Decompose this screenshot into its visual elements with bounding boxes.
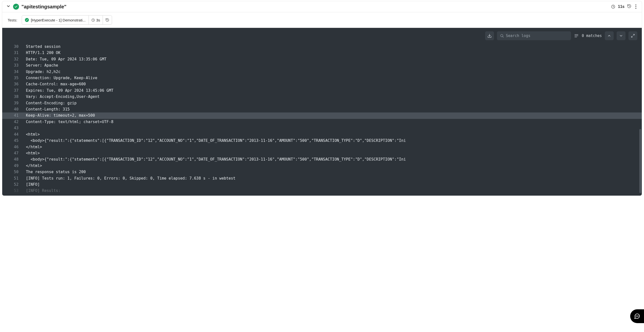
kebab-menu[interactable] <box>634 4 638 9</box>
log-text: <body>{"result:":{"statements":[{"TRANSA… <box>26 138 642 144</box>
log-row: 30Started session <box>2 44 642 50</box>
line-number: 49 <box>2 163 26 169</box>
expand-logs-button[interactable] <box>628 31 637 40</box>
line-number: 53 <box>2 188 26 194</box>
log-row: 37Expires: Tue, 09 Apr 2024 13:45:06 GMT <box>2 88 642 94</box>
log-text: Connection: Upgrade, Keep-Alive <box>26 75 642 81</box>
log-row: 50The response status is 200 <box>2 169 642 175</box>
line-number: 33 <box>2 62 26 68</box>
log-text: Content-Length: 315 <box>26 106 642 112</box>
log-text: Date: Tue, 09 Apr 2024 13:35:06 GMT <box>26 56 642 62</box>
log-text: Expires: Tue, 09 Apr 2024 13:45:06 GMT <box>26 88 642 94</box>
log-row: 32Date: Tue, 09 Apr 2024 13:35:06 GMT <box>2 56 642 62</box>
chevron-up-icon <box>607 34 611 38</box>
log-text: [INFO] Tests run: 1, Failures: 0, Errors… <box>26 175 642 182</box>
log-row: 44<html> <box>2 132 642 138</box>
line-number: 50 <box>2 169 26 175</box>
log-text: <html> <box>26 150 642 156</box>
header-row: "apitestingsample" 11s <box>2 1 642 12</box>
line-number: 45 <box>2 138 26 144</box>
next-match-button[interactable] <box>616 31 626 40</box>
log-text: Cache-Control: max-age=600 <box>26 81 642 87</box>
line-number: 31 <box>2 50 26 56</box>
log-text: Keep-Alive: timeout=2, max=500 <box>26 112 642 119</box>
line-number: 34 <box>2 69 26 75</box>
chevron-down-icon <box>6 4 10 8</box>
svg-line-4 <box>502 36 503 37</box>
line-number: 52 <box>2 182 26 188</box>
chip-title: [HyperExecute - 1] Demonstrati... <box>31 18 86 22</box>
match-count: 0 matches <box>582 34 602 38</box>
download-icon <box>487 34 492 38</box>
line-number: 41 <box>2 112 26 119</box>
log-row: 40Content-Length: 315 <box>2 106 642 112</box>
log-row: 33Server: Apache <box>2 62 642 68</box>
log-text: [INFO] <box>26 182 642 188</box>
log-text: </html> <box>26 163 642 169</box>
wrap-lines-icon[interactable] <box>574 33 579 38</box>
log-row: 52[INFO] <box>2 182 642 188</box>
log-lines[interactable]: 30Started session31HTTP/1.1 200 OK32Date… <box>2 42 642 196</box>
log-text <box>26 125 642 131</box>
tests-label: Tests: <box>8 18 17 22</box>
log-row: 46</html> <box>2 144 642 150</box>
test-chip[interactable]: [HyperExecute - 1] Demonstrati... 3s <box>22 15 112 25</box>
log-row: 31HTTP/1.1 200 OK <box>2 50 642 56</box>
line-number: 39 <box>2 100 26 106</box>
line-number: 32 <box>2 56 26 62</box>
search-input[interactable] <box>506 34 568 38</box>
line-number: 37 <box>2 88 26 94</box>
test-result-card: "apitestingsample" 11s Tests: [HyperExec… <box>2 1 642 196</box>
chevron-down-icon <box>619 34 623 38</box>
log-row: 36Cache-Control: max-age=600 <box>2 81 642 87</box>
log-row: 45 <body>{"result:":{"statements":[{"TRA… <box>2 138 642 144</box>
chip-status-badge <box>25 18 29 22</box>
log-text: Vary: Accept-Encoding,User-Agent <box>26 94 642 100</box>
log-text: Content-Encoding: gzip <box>26 100 642 106</box>
clock-icon <box>91 18 95 22</box>
search-logs[interactable] <box>497 31 571 40</box>
status-success-badge <box>13 4 19 10</box>
logs-toolbar: 0 matches <box>2 28 642 42</box>
search-icon <box>500 34 504 38</box>
log-text: [INFO] Results: <box>26 188 642 194</box>
log-row: 53[INFO] Results: <box>2 188 642 194</box>
log-text: Content-Type: text/html; charset=UTF-8 <box>26 119 642 125</box>
log-row: 34Upgrade: h2,h2c <box>2 69 642 75</box>
log-row: 47<html> <box>2 150 642 156</box>
log-text: Upgrade: h2,h2c <box>26 69 642 75</box>
prev-match-button[interactable] <box>605 31 614 40</box>
line-number: 48 <box>2 156 26 162</box>
line-number: 46 <box>2 144 26 150</box>
check-icon <box>14 5 18 8</box>
download-logs-button[interactable] <box>485 31 494 40</box>
log-text: </html> <box>26 144 642 150</box>
log-text: <body>{"result:":{"statements":[{"TRANSA… <box>26 156 642 162</box>
log-row: 39Content-Encoding: gzip <box>2 100 642 106</box>
line-number: 51 <box>2 175 26 182</box>
log-row: 38Vary: Accept-Encoding,User-Agent <box>2 94 642 100</box>
svg-line-9 <box>632 36 633 37</box>
log-row: 41Keep-Alive: timeout=2, max=500 <box>2 112 642 119</box>
chip-duration: 3s <box>89 16 103 24</box>
log-row: 51[INFO] Tests run: 1, Failures: 0, Erro… <box>2 175 642 182</box>
collapse-toggle[interactable] <box>6 4 10 9</box>
line-number: 38 <box>2 94 26 100</box>
line-number: 40 <box>2 106 26 112</box>
line-number: 36 <box>2 81 26 87</box>
line-number: 47 <box>2 150 26 156</box>
test-suite-title: "apitestingsample" <box>22 4 66 10</box>
svg-line-8 <box>633 34 634 36</box>
line-number: 42 <box>2 119 26 125</box>
scrollbar-thumb[interactable] <box>639 129 641 193</box>
history-button[interactable] <box>627 4 632 9</box>
tests-row: Tests: [HyperExecute - 1] Demonstrati...… <box>2 12 642 28</box>
log-text: HTTP/1.1 200 OK <box>26 50 642 56</box>
line-number: 43 <box>2 125 26 131</box>
log-row: 49</html> <box>2 163 642 169</box>
clock-icon <box>611 4 616 9</box>
chip-history[interactable] <box>103 16 112 24</box>
log-row: 35Connection: Upgrade, Keep-Alive <box>2 75 642 81</box>
log-row: 48 <body>{"result:":{"statements":[{"TRA… <box>2 156 642 162</box>
line-number: 35 <box>2 75 26 81</box>
